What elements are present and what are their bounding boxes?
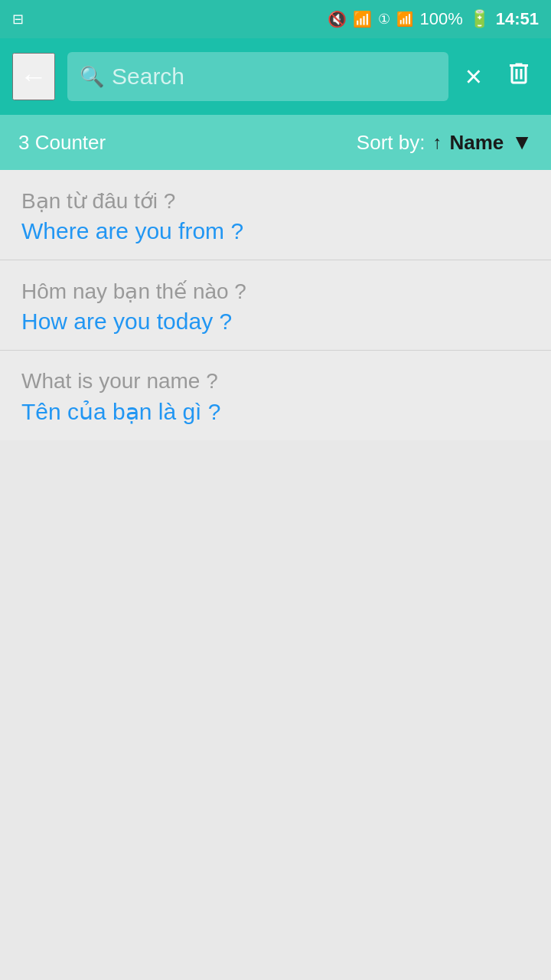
sort-controls: Sort by: ↑ Name ▼	[357, 130, 533, 155]
item-secondary-text: Tên của bạn là gì ?	[21, 398, 530, 425]
sim-icon: ①	[378, 11, 390, 28]
image-icon: ⊟	[12, 11, 24, 28]
item-primary-text: Hôm nay bạn thế nào ?	[21, 279, 530, 304]
item-primary-text: What is your name ?	[21, 369, 530, 394]
list-item[interactable]: Hôm nay bạn thế nào ?How are you today ?	[0, 260, 551, 351]
list-item[interactable]: Bạn từ đâu tới ?Where are you from ?	[0, 170, 551, 260]
sort-field-label: Name	[449, 131, 504, 155]
sort-dropdown-button[interactable]: ▼	[511, 130, 533, 155]
sort-by-label: Sort by:	[357, 131, 425, 155]
back-button[interactable]: ←	[12, 53, 55, 100]
item-secondary-text: Where are you from ?	[21, 218, 530, 244]
sort-direction-icon: ↑	[432, 132, 442, 153]
item-secondary-text: How are you today ?	[21, 309, 530, 335]
toolbar: ← 🔍 ×	[0, 38, 551, 115]
counter-label: 3 Counter	[18, 131, 357, 155]
clock: 14:51	[496, 9, 539, 29]
item-primary-text: Bạn từ đâu tới ?	[21, 188, 530, 214]
list-item[interactable]: What is your name ?Tên của bạn là gì ?	[0, 351, 551, 440]
mute-icon: 🔇	[328, 10, 347, 28]
sort-bar: 3 Counter Sort by: ↑ Name ▼	[0, 115, 551, 170]
clear-button[interactable]: ×	[461, 56, 487, 98]
search-icon: 🔍	[80, 65, 104, 89]
status-bar: ⊟ 🔇 📶 ① 📶 100% 🔋 14:51	[0, 0, 551, 38]
search-container: 🔍	[67, 52, 448, 101]
battery-percent: 100%	[419, 9, 462, 29]
wifi-icon: 📶	[353, 10, 372, 28]
signal-icon: 📶	[396, 11, 413, 28]
battery-icon: 🔋	[469, 9, 490, 29]
trash-button[interactable]	[499, 54, 539, 100]
list-container: Bạn từ đâu tới ?Where are you from ?Hôm …	[0, 170, 551, 440]
search-input[interactable]	[112, 64, 436, 90]
status-bar-left: ⊟	[12, 11, 24, 28]
status-bar-right: 🔇 📶 ① 📶 100% 🔋 14:51	[328, 9, 539, 29]
